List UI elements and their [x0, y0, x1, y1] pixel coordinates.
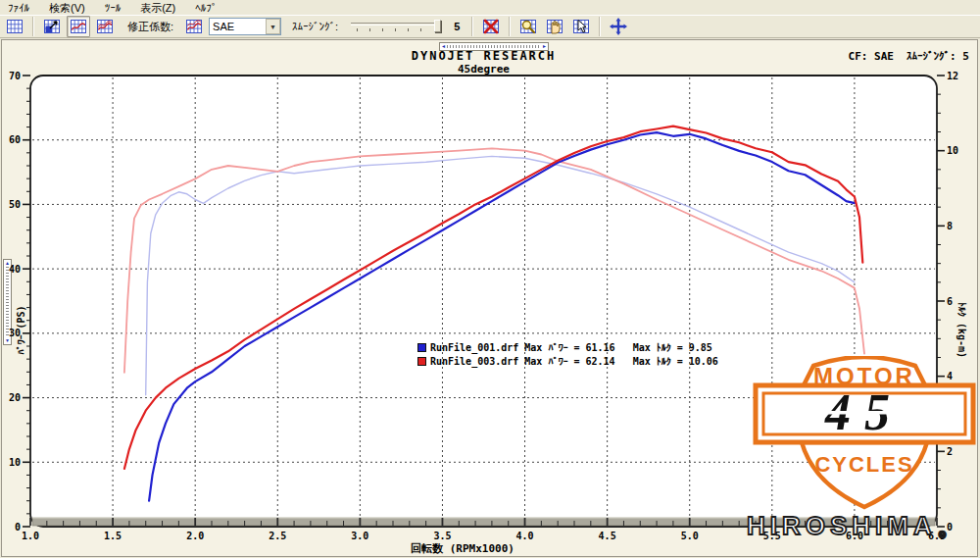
x-axis-label-rpm: 回転数 (RPMx1000) [276, 541, 649, 556]
hiroshima-watermark-text: HIROSHIMA。 [747, 509, 978, 543]
svg-text:0: 0 [15, 522, 21, 533]
slider-track [351, 23, 441, 25]
correction-curves-icon [185, 18, 203, 35]
graph-grid-button[interactable] [3, 16, 26, 37]
svg-text:2.0: 2.0 [186, 531, 204, 541]
svg-text:10: 10 [947, 145, 958, 156]
graph-curves-button[interactable] [93, 16, 117, 37]
slider-tick [408, 28, 409, 31]
svg-text:10: 10 [9, 457, 21, 468]
smoothing-slider[interactable] [351, 19, 441, 34]
graph-curve-icon [70, 18, 87, 35]
svg-text:8: 8 [947, 221, 953, 231]
svg-text:70: 70 [9, 71, 21, 81]
svg-text:3.0: 3.0 [351, 531, 368, 541]
toolbar: 修正係数: SAE ▼ ｽﾑｰｼﾞﾝｸﾞ: 5 [0, 15, 980, 38]
smoothing-value: 5 [448, 21, 466, 32]
menu-file[interactable]: ﾌｧｲﾙ [6, 2, 31, 14]
magnifier-icon [519, 18, 537, 35]
zoom-tool-button[interactable] [516, 16, 540, 37]
toolbar-separator [471, 17, 473, 36]
menu-search[interactable]: 検索(V) [47, 1, 87, 16]
svg-text:4.0: 4.0 [516, 531, 534, 541]
smoothing-label: ｽﾑｰｼﾞﾝｸﾞ: [284, 21, 344, 32]
svg-text:6: 6 [947, 296, 953, 307]
toolbar-separator [599, 17, 601, 36]
legend: RunFile_001.drf Max ﾊﾟﾜｰ = 61.16 Max ﾄﾙｸ… [417, 340, 718, 368]
pan-tool-button[interactable] [543, 16, 566, 37]
slider-tick [357, 28, 358, 31]
toolbar-separator [32, 17, 34, 36]
slider-tick [382, 28, 383, 31]
slider-tick [395, 28, 396, 31]
svg-text:50: 50 [9, 199, 21, 210]
toolbar-separator [509, 17, 511, 36]
menu-bar: ﾌｧｲﾙ 検索(V) ﾂｰﾙ 表示(Z) ﾍﾙﾌﾟ [0, 0, 980, 15]
legend-swatch [417, 357, 426, 366]
y-axis-label-power: ﾊﾟﾜｰ (PS) [16, 281, 26, 380]
legend-text: RunFile_001.drf Max ﾊﾟﾜｰ = 61.16 Max ﾄﾙｸ… [430, 342, 712, 353]
svg-text:2.5: 2.5 [269, 531, 286, 541]
legend-swatch [417, 343, 426, 352]
slider-tick [369, 28, 370, 31]
cursor-arrow-icon [572, 18, 590, 35]
menu-tools[interactable]: ﾂｰﾙ [103, 2, 123, 14]
svg-text:40: 40 [9, 264, 21, 275]
svg-text:3.5: 3.5 [433, 531, 451, 541]
correction-factor-select[interactable]: SAE ▼ [209, 18, 281, 35]
crosshair-tool-button[interactable] [607, 16, 630, 37]
svg-text:60: 60 [9, 134, 21, 145]
legend-text: RunFile_003.drf Max ﾊﾟﾜｰ = 62.14 Max ﾄﾙｸ… [430, 356, 718, 367]
chevron-down-icon[interactable]: ▼ [266, 19, 280, 34]
graph-curves-icon [96, 18, 114, 35]
zoom-extents-icon [43, 18, 61, 35]
legend-row: RunFile_001.drf Max ﾊﾟﾜｰ = 61.16 Max ﾄﾙｸ… [417, 340, 718, 354]
slider-handle[interactable] [434, 20, 441, 32]
clear-graph-button[interactable] [479, 16, 503, 37]
zoom-extents-button[interactable] [40, 16, 64, 37]
svg-text:12: 12 [947, 71, 958, 81]
motorcycle-shop-logo: MOTOR 45 CYCLES [753, 356, 976, 513]
correction-curves-button[interactable] [182, 16, 206, 37]
logo-cycles-text: CYCLES [814, 452, 913, 477]
graph-grid-icon [6, 18, 24, 35]
correction-factor-label: 修正係数: [120, 20, 179, 34]
clear-graph-icon [482, 18, 500, 35]
hand-icon [546, 18, 564, 35]
menu-view[interactable]: 表示(Z) [138, 1, 177, 16]
menu-help[interactable]: ﾍﾙﾌﾟ [193, 2, 219, 14]
svg-text:1.0: 1.0 [22, 531, 39, 541]
correction-factor-value: SAE [210, 21, 266, 32]
chart-panel: ◄ ► ▲ ▼ DYNOJET RESEARCH 45degree CF: SA… [1, 39, 978, 557]
svg-text:5.0: 5.0 [681, 531, 699, 541]
legend-row: RunFile_003.drf Max ﾊﾟﾜｰ = 62.14 Max ﾄﾙｸ… [417, 354, 718, 368]
crosshair-axes-icon [610, 18, 627, 35]
graph-curve-button[interactable] [67, 16, 90, 37]
svg-text:4.5: 4.5 [599, 531, 616, 541]
svg-text:1.5: 1.5 [104, 531, 122, 541]
pointer-tool-button[interactable] [569, 16, 593, 37]
slider-tick [420, 28, 421, 31]
svg-text:20: 20 [9, 392, 21, 403]
